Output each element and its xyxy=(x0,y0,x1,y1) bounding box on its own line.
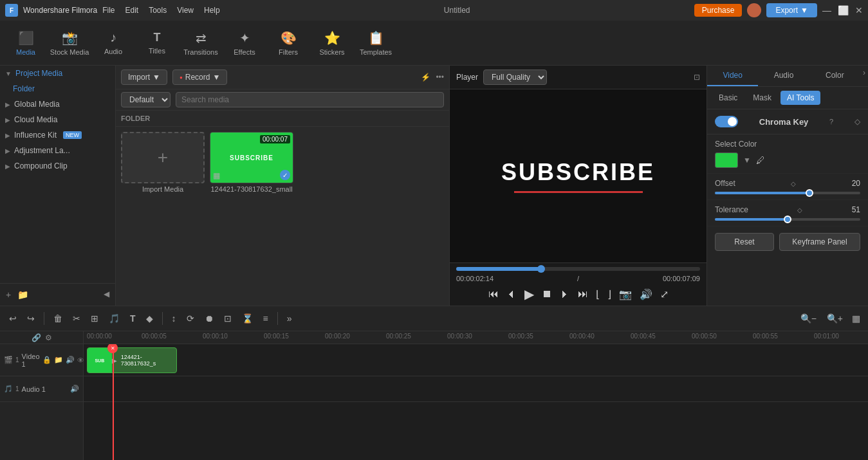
color-button[interactable]: ◆ xyxy=(142,311,157,326)
menu-tl-button[interactable]: ≡ xyxy=(259,311,272,326)
step-forward-button[interactable]: ⏵ xyxy=(560,288,570,300)
subtab-ai-tools[interactable]: AI Tools xyxy=(780,91,820,105)
tool-titles[interactable]: T Titles xyxy=(136,24,178,62)
collapse-panel-button[interactable]: ◀ xyxy=(102,288,111,302)
sidebar-item-compound-clip[interactable]: ▶ Compound Clip xyxy=(0,158,115,174)
more-tools-button[interactable]: » xyxy=(283,311,296,326)
step-back-button[interactable]: ⏴ xyxy=(506,288,517,300)
offset-keyframe-icon[interactable]: ◇ xyxy=(791,180,796,187)
split-button[interactable]: ⊞ xyxy=(87,311,102,326)
menu-help[interactable]: Help xyxy=(204,6,220,15)
filter-icon[interactable]: ⚡ xyxy=(421,73,430,82)
snapshot-tl-button[interactable]: ⊡ xyxy=(220,311,235,326)
reset-button[interactable]: Reset xyxy=(715,233,774,251)
tool-audio[interactable]: ♪ Audio xyxy=(93,24,134,62)
timer-button[interactable]: ⌛ xyxy=(238,311,257,326)
sidebar-item-influence-kit[interactable]: ▶ Influence Kit NEW xyxy=(0,127,115,143)
color-picker-icon[interactable]: 🖊 xyxy=(756,155,765,165)
tolerance-keyframe-icon[interactable]: ◇ xyxy=(797,207,802,214)
settings-icon[interactable]: ⚙ xyxy=(45,333,52,342)
zoom-in-button[interactable]: 🔍+ xyxy=(823,311,847,326)
video-clip[interactable]: SUB ▶ 124421-730817632_s xyxy=(87,347,177,373)
tab-color[interactable]: Color xyxy=(809,66,860,86)
export-button[interactable]: Export ▼ xyxy=(766,3,817,17)
offset-slider[interactable] xyxy=(715,192,860,194)
stop-button[interactable]: ⏹ xyxy=(542,288,552,300)
titlebar: F Wondershare Filmora File Edit Tools Vi… xyxy=(0,0,868,21)
import-media-item[interactable]: + Import Media xyxy=(121,132,205,300)
full-preview-button[interactable]: ⤢ xyxy=(660,288,669,300)
tab-audio[interactable]: Audio xyxy=(758,66,809,86)
video-eye-icon[interactable]: 👁 xyxy=(77,356,84,364)
search-input[interactable] xyxy=(176,92,444,107)
tool-filters[interactable]: 🎨 Filters xyxy=(268,24,309,62)
volume-button[interactable]: 🔊 xyxy=(640,288,652,300)
minimize-icon[interactable]: — xyxy=(822,5,831,15)
close-icon[interactable]: ✕ xyxy=(855,5,863,15)
undo-button[interactable]: ↩ xyxy=(5,311,21,326)
zoom-out-button[interactable]: 🔍− xyxy=(797,311,820,326)
crop-button[interactable]: ↕ xyxy=(168,311,180,326)
video-folder-icon[interactable]: 📁 xyxy=(54,356,63,364)
color-box[interactable] xyxy=(715,152,738,168)
menu-view[interactable]: View xyxy=(177,6,194,15)
tool-templates[interactable]: 📋 Templates xyxy=(355,24,396,62)
video-mute-icon[interactable]: 🔊 xyxy=(66,356,75,364)
sidebar-item-global-media[interactable]: ▶ Global Media xyxy=(0,97,115,112)
chroma-key-info-icon[interactable]: ? xyxy=(829,118,833,125)
tool-transitions[interactable]: ⇄ Transitions xyxy=(180,24,221,62)
redo-button[interactable]: ↪ xyxy=(23,311,39,326)
keyframe-panel-button[interactable]: Keyframe Panel xyxy=(779,233,860,251)
link-icon[interactable]: 🔗 xyxy=(32,333,41,342)
media-clip-item[interactable]: SUBSCRIBE 00:00:07 ▦ ✓ 124421-730817632_… xyxy=(210,132,293,300)
more-options-icon[interactable]: ••• xyxy=(436,73,444,82)
record-timeline-button[interactable]: ⏺ xyxy=(201,311,217,326)
import-button[interactable]: Import ▼ xyxy=(121,69,167,85)
snapshot-button[interactable]: 📷 xyxy=(619,288,632,300)
color-dropdown-icon[interactable]: ▼ xyxy=(743,156,751,165)
tool-effects[interactable]: ✦ Effects xyxy=(224,24,265,62)
skip-forward-button[interactable]: ⏭ xyxy=(578,288,588,300)
subtab-basic[interactable]: Basic xyxy=(712,91,744,105)
rotate-button[interactable]: ⟳ xyxy=(183,311,198,326)
sidebar-item-folder[interactable]: Folder xyxy=(0,81,115,97)
sidebar-item-adjustment[interactable]: ▶ Adjustment La... xyxy=(0,143,115,158)
tool-stock-media[interactable]: 📸 Stock Media xyxy=(49,24,90,62)
menu-file[interactable]: File xyxy=(102,6,115,15)
fullscreen-icon[interactable]: ⊡ xyxy=(694,73,700,82)
purchase-button[interactable]: Purchase xyxy=(694,4,743,17)
tool-media[interactable]: ⬛ Media xyxy=(5,24,46,62)
default-dropdown[interactable]: Default xyxy=(121,92,171,107)
skip-back-button[interactable]: ⏮ xyxy=(488,288,499,300)
cut-button[interactable]: ✂ xyxy=(69,311,84,326)
text-button[interactable]: T xyxy=(126,311,140,326)
grid-view-button[interactable]: ▦ xyxy=(849,311,863,326)
toolbar: ⬛ Media 📸 Stock Media ♪ Audio T Titles ⇄… xyxy=(0,21,868,66)
audio-mute-icon[interactable]: 🔊 xyxy=(70,385,79,393)
audio-detach-button[interactable]: 🎵 xyxy=(105,311,124,326)
sidebar-item-project-media[interactable]: ▼ Project Media xyxy=(0,66,115,81)
play-button[interactable]: ▶ xyxy=(524,286,534,302)
progress-bar[interactable] xyxy=(456,267,700,271)
tool-stickers[interactable]: ⭐ Stickers xyxy=(311,24,353,62)
user-avatar[interactable] xyxy=(747,3,761,17)
add-media-button[interactable]: + xyxy=(4,288,13,302)
menu-edit[interactable]: Edit xyxy=(125,6,139,15)
menu-tools[interactable]: Tools xyxy=(149,6,167,15)
tolerance-slider[interactable] xyxy=(715,218,860,221)
panel-tabs: Video Audio Color › xyxy=(707,66,868,87)
folder-button[interactable]: 📁 xyxy=(15,288,30,302)
delete-button[interactable]: 🗑 xyxy=(50,311,66,326)
chroma-key-reset-icon[interactable]: ◇ xyxy=(854,117,860,126)
chroma-key-toggle[interactable] xyxy=(715,116,738,127)
video-lock-icon[interactable]: 🔒 xyxy=(42,356,51,364)
sidebar-item-cloud-media[interactable]: ▶ Cloud Media xyxy=(0,112,115,127)
maximize-icon[interactable]: ⬜ xyxy=(838,5,849,15)
mark-in-button[interactable]: ⌊ xyxy=(596,288,600,300)
subtab-mask[interactable]: Mask xyxy=(746,91,778,105)
record-button[interactable]: ● Record ▼ xyxy=(172,69,227,85)
tab-video[interactable]: Video xyxy=(707,66,758,86)
panel-more-icon[interactable]: › xyxy=(860,66,868,86)
quality-dropdown[interactable]: Full Quality xyxy=(483,69,547,85)
mark-out-button[interactable]: ⌋ xyxy=(607,288,611,300)
